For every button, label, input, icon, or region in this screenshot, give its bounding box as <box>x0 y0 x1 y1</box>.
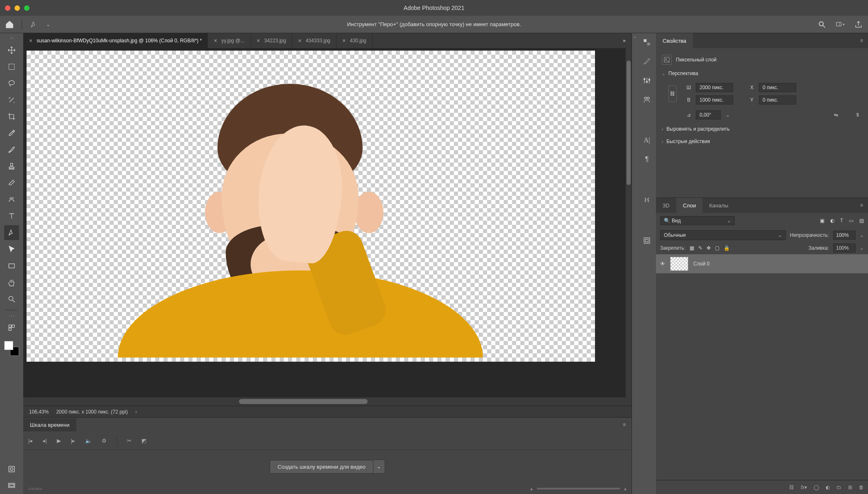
lock-pixels-icon[interactable]: ✎ <box>698 245 702 251</box>
search-icon[interactable] <box>817 20 827 29</box>
actions-panel-icon[interactable] <box>642 195 652 205</box>
quick-actions-section-header[interactable]: › Быстрые действия <box>662 135 862 148</box>
timeline-slider-min-icon[interactable]: ▴ <box>530 486 533 492</box>
timeline-slider-max-icon[interactable]: ▴ <box>624 486 627 492</box>
prev-frame-icon[interactable]: ◂| <box>42 438 46 444</box>
new-layer-icon[interactable]: ⊞ <box>848 484 852 490</box>
channels-tab[interactable]: Каналы <box>702 198 735 213</box>
character-panel-icon[interactable]: A| <box>642 135 652 145</box>
brushes-panel-icon[interactable] <box>642 56 652 66</box>
maximize-window-button[interactable] <box>24 5 29 11</box>
align-section-header[interactable]: › Выровнять и распределить <box>662 123 862 135</box>
lock-artboard-icon[interactable]: ▢ <box>715 245 719 251</box>
width-field[interactable]: 2000 пикс. <box>696 83 733 92</box>
workspace-switcher-icon[interactable]: ▾ <box>836 20 845 29</box>
new-group-icon[interactable]: 🗀 <box>836 484 841 490</box>
lock-transparency-icon[interactable]: ▦ <box>690 245 694 251</box>
angle-dropdown-icon[interactable]: ⌄ <box>724 112 731 118</box>
layers-tab[interactable]: Слои <box>676 198 703 213</box>
document-tab[interactable]: × 434333.jpg <box>292 33 336 48</box>
zoom-tool[interactable] <box>4 292 19 307</box>
hand-tool[interactable] <box>4 275 19 290</box>
close-tab-icon[interactable]: × <box>298 37 301 44</box>
link-dimensions-icon[interactable]: ⛓ <box>668 85 677 102</box>
share-icon[interactable] <box>854 20 863 29</box>
go-to-first-frame-icon[interactable]: |◂ <box>28 438 32 444</box>
flip-vertical-icon[interactable]: ⥮ <box>853 110 862 119</box>
tabs-overflow-icon[interactable]: » <box>617 33 631 48</box>
quick-mask-icon[interactable] <box>4 462 19 477</box>
edit-toolbar-icon[interactable] <box>4 320 19 335</box>
add-mask-icon[interactable]: ◯ <box>814 484 819 490</box>
layer-item[interactable]: 👁 Слой 0 <box>656 254 868 273</box>
zoom-level[interactable]: 106,43% <box>29 409 49 415</box>
document-tab[interactable]: × susan-wilkinson-BfWDyQ10uMk-unsplash.j… <box>23 33 208 48</box>
document-info[interactable]: 2000 пикс. x 1000 пикс. (72 ppi) <box>56 409 128 415</box>
adjustments-panel-icon[interactable] <box>642 75 652 85</box>
create-timeline-dropdown[interactable]: ⌄ <box>373 460 385 474</box>
x-field[interactable]: 0 пикс. <box>759 83 796 92</box>
document-tab[interactable]: × yy.jpg @... <box>208 33 251 48</box>
fill-field[interactable]: 100% <box>833 243 856 253</box>
paragraph-panel-icon[interactable]: ¶ <box>642 154 652 164</box>
blend-mode-dropdown[interactable]: Обычные⌄ <box>660 230 786 240</box>
adjustment-layer-icon[interactable]: ◐ <box>826 484 830 490</box>
timeline-zoom-out-icon[interactable]: ▭▭▭ <box>28 486 42 492</box>
foreground-color-swatch[interactable] <box>4 341 13 350</box>
close-tab-icon[interactable]: × <box>342 37 346 44</box>
layer-style-icon[interactable]: fx▾ <box>801 484 807 490</box>
lasso-tool[interactable] <box>4 76 19 91</box>
layer-name[interactable]: Слой 0 <box>693 261 710 267</box>
y-field[interactable]: 0 пикс. <box>759 95 796 105</box>
type-tool[interactable] <box>4 209 19 224</box>
close-tab-icon[interactable]: × <box>214 37 217 44</box>
history-panel-icon[interactable] <box>642 236 652 246</box>
fill-dropdown-icon[interactable]: ⌄ <box>860 245 864 251</box>
transform-section-header[interactable]: ⌄ Перспектива <box>662 67 862 80</box>
tools-collapse-icon[interactable]: ›› <box>10 36 13 40</box>
horizontal-scrollbar[interactable] <box>23 397 631 406</box>
eraser-tool[interactable] <box>4 175 19 190</box>
rectangle-tool[interactable] <box>4 258 19 273</box>
next-frame-icon[interactable]: |▸ <box>71 438 75 444</box>
layer-filter-dropdown[interactable]: 🔍 Вид ⌄ <box>660 216 735 225</box>
marquee-tool[interactable] <box>4 59 19 74</box>
gradient-tool[interactable] <box>4 192 19 207</box>
stamp-tool[interactable] <box>4 159 19 174</box>
filter-smart-icon[interactable]: ▤ <box>859 218 864 224</box>
lock-position-icon[interactable]: ✥ <box>707 245 711 251</box>
flip-horizontal-icon[interactable]: ⇋ <box>831 110 841 119</box>
home-button[interactable] <box>5 20 14 29</box>
crop-tool[interactable] <box>4 109 19 124</box>
opacity-dropdown-icon[interactable]: ⌄ <box>860 232 864 238</box>
filter-adjustment-icon[interactable]: ◐ <box>830 218 834 224</box>
libraries-panel-icon[interactable] <box>642 95 652 105</box>
close-tab-icon[interactable]: × <box>257 37 260 44</box>
canvas-viewport[interactable] <box>23 48 631 397</box>
opacity-field[interactable]: 100% <box>833 231 856 240</box>
height-field[interactable]: 1000 пикс. <box>696 95 733 105</box>
create-timeline-button[interactable]: Создать шкалу времени для видео <box>270 460 373 474</box>
eyedropper-tool[interactable] <box>4 126 19 141</box>
panel-menu-icon[interactable]: ≡ <box>617 422 631 428</box>
timeline-tab[interactable]: Шкала времени <box>23 419 76 431</box>
current-tool-icon[interactable] <box>29 20 39 29</box>
filter-type-icon[interactable]: T <box>840 218 843 224</box>
properties-tab[interactable]: Свойства <box>656 33 693 48</box>
filter-pixel-icon[interactable]: ▣ <box>820 218 824 224</box>
mute-icon[interactable]: 🔈 <box>85 438 92 444</box>
screen-mode-icon[interactable] <box>4 478 19 493</box>
document-tab[interactable]: × 430.jpg <box>336 33 373 48</box>
delete-layer-icon[interactable]: 🗑 <box>859 484 864 490</box>
pen-tool[interactable] <box>4 225 19 240</box>
transition-icon[interactable]: ◩ <box>141 438 146 444</box>
play-icon[interactable]: ▶ <box>57 438 61 444</box>
close-window-button[interactable] <box>5 5 10 11</box>
right-collapse-icon[interactable]: ‹‹ <box>632 33 638 494</box>
panel-menu-icon[interactable]: ≡ <box>855 38 868 44</box>
path-selection-tool[interactable] <box>4 242 19 257</box>
link-layers-icon[interactable]: ⛓ <box>789 484 794 490</box>
document-tab[interactable]: × 34223.jpg <box>251 33 293 48</box>
minimize-window-button[interactable] <box>15 5 20 11</box>
layer-thumbnail[interactable] <box>670 257 688 271</box>
